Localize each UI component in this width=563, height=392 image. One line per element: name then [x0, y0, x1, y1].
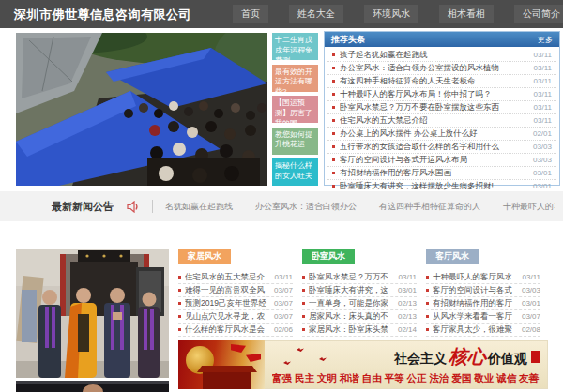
- article-row[interactable]: 居家风水：床头真的不 02/13: [302, 310, 417, 324]
- headline-row[interactable]: 卧室风水禁忌？万万不要在卧室摆放这些东西 03/11: [327, 101, 556, 114]
- bottom-photo-column: [16, 249, 169, 392]
- headline-row[interactable]: 有招财纳福作用的客厅风水国画 03/01: [327, 167, 556, 180]
- ticker-items: 名犹如赢在起跑线 办公室风水：适合白领办公 有这四种手相特征算命的人 十种最吓人…: [165, 201, 555, 213]
- red-flag-icon: [246, 354, 261, 362]
- promo-link[interactable]: 教您如何提升桃花运: [272, 128, 318, 155]
- headline-date: 03/11: [534, 51, 552, 59]
- red-bullet-icon: [426, 328, 429, 331]
- article-row[interactable]: 十种最吓人的客厅风水 03/11: [426, 271, 540, 284]
- headline-title: 卧室睡床大有讲究，这样摆放少生病多招财!: [340, 181, 527, 192]
- red-bullet-icon: [332, 67, 335, 69]
- red-bullet-icon: [178, 289, 181, 292]
- headline-row[interactable]: 孩子起名犹如赢在起跑线 03/11: [327, 49, 556, 62]
- headline-row[interactable]: 住宅风水的五大禁忌介绍 03/11: [327, 114, 556, 128]
- article-row[interactable]: 从风水学来看看一客厅 03/07: [426, 310, 540, 324]
- red-bullet-icon: [302, 315, 305, 318]
- headline-title: 卧室风水禁忌？万万不要在卧室摆放这些东西: [340, 102, 528, 113]
- red-bullet-icon: [178, 328, 181, 331]
- article-title: 什么样的客厅风水是会: [185, 324, 270, 336]
- article-title: 预测2019己亥年世界经: [185, 298, 270, 309]
- red-bird-icon: [297, 348, 304, 352]
- nav-item[interactable]: 公司简介: [514, 5, 563, 23]
- top-header-bar: 深圳市佛世尊信息咨询有限公司 首页 姓名大全 环境风水 相术看相 公司简介: [0, 0, 563, 28]
- red-bullet-icon: [332, 106, 335, 109]
- slider-photo-crowd-under-blue-tents[interactable]: [16, 33, 267, 186]
- second-photo-partial[interactable]: [16, 381, 169, 392]
- headline-row[interactable]: 十种最吓人的客厅风水布局！你中招了吗？ 03/11: [327, 88, 556, 101]
- article-date: 02/06: [274, 325, 293, 334]
- divider: [152, 200, 153, 213]
- banner-text-area: 社会主义 核心 价值观 富强 民主 文明 和谐 自由 平等 公正 法治 爱国 敬…: [265, 340, 548, 389]
- article-date: 03/07: [522, 312, 540, 321]
- headline-date: 03/01: [533, 182, 552, 190]
- article-row[interactable]: 卧室睡床大有讲究，这 03/01: [302, 284, 417, 297]
- article-row[interactable]: 难得一见的富贵双全风 03/07: [178, 284, 293, 297]
- article-row[interactable]: 客厅的空间设计与各式 03/03: [426, 284, 540, 297]
- article-title: 客厅家具太少，很难聚: [433, 324, 518, 336]
- banner-values-line: 富强 民主 文明 和谐 自由 平等 公正 法治 爱国 敬业 诚信 友善: [272, 372, 546, 385]
- red-bullet-icon: [302, 328, 305, 331]
- nav-item[interactable]: 首页: [233, 5, 268, 23]
- promo-link[interactable]: 【国运预测】厉害了我的国: [272, 96, 318, 123]
- promo-link[interactable]: 十二生肖戊戌年运程免费测: [272, 33, 318, 60]
- article-date: 03/11: [523, 273, 540, 281]
- headline-row[interactable]: 五行带水的女孩适合取什么样的名字和用什么 03/03: [327, 141, 556, 154]
- headline-list: 孩子起名犹如赢在起跑线 03/11 办公室风水：适合白领办公室摆设的风水植物 0…: [325, 47, 559, 192]
- tiananmen-gate-icon: [203, 372, 251, 389]
- nav-item[interactable]: 环境风水: [364, 5, 418, 23]
- main-nav: 首页 姓名大全 环境风水 相术看相 公司简介: [233, 0, 563, 28]
- article-title: 一直单身，可能是你家: [309, 298, 394, 309]
- headline-title: 五行带水的女孩适合取什么样的名字和用什么: [340, 142, 527, 153]
- headline-date: 03/03: [533, 156, 552, 164]
- banner-title: 社会主义 核心 价值观: [394, 344, 540, 369]
- headline-row[interactable]: 办公桌上的风水摆件 办公桌上放什么好 02/01: [327, 128, 556, 141]
- article-row[interactable]: 有招财纳福作用的客厅 03/01: [426, 297, 540, 310]
- section-chip[interactable]: 卧室风水: [302, 249, 355, 264]
- section-chip[interactable]: 客厅风水: [426, 249, 479, 264]
- category-columns: 家居风水 住宅风水的五大禁忌介 03/11 难得一见的富贵双全风 03/07 预…: [178, 246, 540, 337]
- ticker-item[interactable]: 有这四种手相特征算命的人: [379, 201, 480, 213]
- article-row[interactable]: 什么样的客厅风水是会 02/06: [178, 324, 293, 337]
- article-row[interactable]: 一直单身，可能是你家 02/13: [302, 297, 417, 310]
- news-ticker-bar: 最新新闻公告 名犹如赢在起跑线 办公室风水：适合白领办公 有这四种手相特征算命的…: [0, 191, 563, 221]
- headline-title: 十种最吓人的客厅风水布局！你中招了吗？: [340, 89, 528, 100]
- headline-row[interactable]: 办公室风水：适合白领办公室摆设的风水植物 03/11: [327, 62, 556, 75]
- red-bullet-icon: [426, 315, 429, 318]
- nav-item[interactable]: 姓名大全: [289, 5, 343, 23]
- more-link[interactable]: 更多: [538, 35, 553, 45]
- headline-row[interactable]: 客厅的空间设计与各式开运风水布局 03/03: [327, 154, 556, 167]
- headline-date: 03/11: [534, 77, 552, 85]
- red-bullet-icon: [426, 289, 429, 292]
- headline-date: 03/11: [534, 64, 552, 72]
- core-values-banner[interactable]: 社会主义 核心 价值观 富强 民主 文明 和谐 自由 平等 公正 法治 爱国 敬…: [178, 340, 548, 389]
- article-row[interactable]: 客厅家具太少，很难聚 02/08: [426, 324, 540, 337]
- article-row[interactable]: 住宅风水的五大禁忌介 03/11: [178, 271, 293, 284]
- headline-row[interactable]: 有这四种手相特征算命的人天生老板命 03/11: [327, 75, 556, 88]
- article-row[interactable]: 家居风水：卧室床头禁 02/14: [302, 324, 417, 337]
- ticker-item[interactable]: 十种最吓人的客厅风水布局: [503, 201, 555, 213]
- article-row[interactable]: 预测2019己亥年世界经 03/07: [178, 297, 293, 310]
- article-title: 卧室睡床大有讲究，这: [309, 285, 394, 296]
- red-bullet-icon: [332, 145, 335, 148]
- ticker-item[interactable]: 办公室风水：适合白领办公: [255, 201, 357, 213]
- promo-link[interactable]: 揭秘什么样的女人旺夫: [272, 158, 318, 186]
- panel-header: 推荐头条 更多: [325, 32, 559, 47]
- article-row[interactable]: 卧室风水禁忌？万万不 03/11: [302, 271, 417, 284]
- ticker-item[interactable]: 名犹如赢在起跑线: [165, 201, 233, 213]
- headline-title: 住宅风水的五大禁忌介绍: [340, 115, 528, 127]
- panel-title: 推荐头条: [331, 34, 365, 46]
- nav-item[interactable]: 相术看相: [439, 5, 494, 23]
- article-title: 家居风水：卧室床头禁: [309, 324, 394, 336]
- headline-date: 03/01: [533, 169, 552, 177]
- red-bullet-icon: [178, 302, 181, 305]
- article-row[interactable]: 见山点穴见水寻龙，农 03/07: [178, 310, 293, 324]
- article-date: 02/13: [398, 299, 417, 308]
- headline-title: 办公室风水：适合白领办公室摆设的风水植物: [340, 63, 528, 74]
- red-bullet-icon: [332, 185, 335, 188]
- article-date: 03/03: [522, 286, 540, 294]
- temple-group-photo[interactable]: [16, 249, 169, 378]
- section-chip[interactable]: 家居风水: [178, 249, 231, 264]
- article-title: 有招财纳福作用的客厅: [433, 298, 518, 309]
- headline-date: 02/01: [533, 129, 552, 138]
- promo-link[interactable]: 最有效的开运方法有哪些?: [272, 65, 318, 92]
